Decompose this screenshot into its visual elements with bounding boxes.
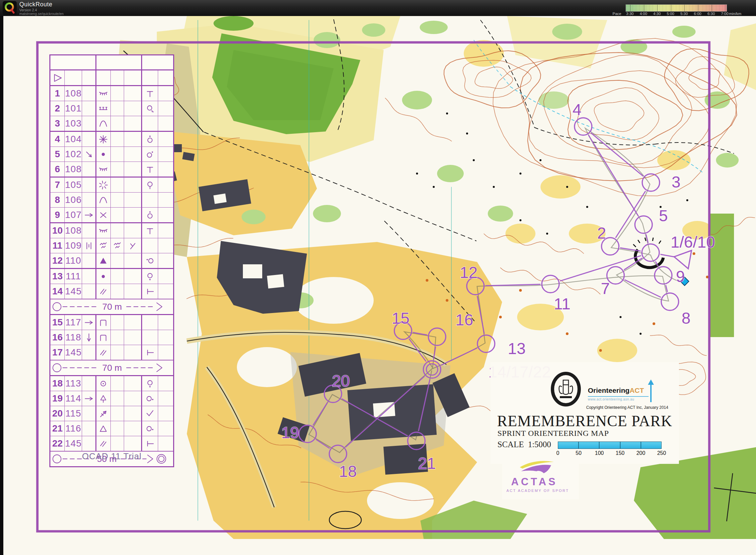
pace-unit-label: min/km: [729, 12, 741, 16]
pace-tick-label: 4:00: [639, 12, 647, 16]
circ-dot-top-icon: [144, 134, 155, 145]
control-number-label: 4: [573, 101, 581, 119]
control-number-label: 1/6/10: [671, 233, 715, 251]
circ-corner-icon: [144, 103, 155, 114]
control-row-6: 6108: [50, 162, 173, 177]
control-number: 12: [52, 255, 63, 266]
boulder-icon: [98, 271, 109, 282]
pace-tick-mark: [698, 5, 698, 11]
rays-icon: [98, 179, 109, 190]
between-icon: [83, 240, 94, 251]
marsh-icon: [98, 240, 109, 251]
app-url: matstroeng.se/quickroute/en: [19, 12, 64, 16]
t-top-icon: [144, 88, 155, 99]
parallel-icon: [98, 347, 109, 358]
control-number: 14: [52, 286, 63, 297]
control-row-14: 14145: [50, 284, 173, 299]
circ-stem-icon: [144, 179, 155, 190]
control-row-7: 7105: [50, 177, 173, 193]
card-header-row: [50, 55, 173, 71]
triopen-icon: [98, 423, 109, 434]
control-number: 15: [52, 317, 63, 328]
control-code: 106: [65, 195, 82, 205]
control-row-11: 11109: [50, 238, 173, 253]
circ-dot-left-icon: [144, 255, 155, 266]
pace-gradient-bar: [626, 4, 727, 12]
tree-icon: [98, 393, 109, 404]
circdot-icon: [98, 378, 109, 389]
pace-tick-label: 5:00: [667, 12, 674, 16]
control-row-22: 22145: [50, 436, 173, 451]
pi-icon: [98, 317, 109, 328]
control-row-18: 18113: [50, 376, 173, 391]
control-code: 102: [65, 149, 82, 160]
control-number: 13: [52, 271, 63, 282]
control-row-8: 8106: [50, 193, 173, 208]
arrow-e-icon: [83, 393, 94, 404]
junction8-icon: [98, 134, 109, 145]
control-code: 108: [65, 225, 82, 236]
map-scale-label: SCALE 1:5000: [497, 440, 551, 449]
pace-tick-mark: [630, 5, 630, 11]
publisher-rule: [588, 396, 649, 397]
control-number-label: 21: [418, 455, 436, 472]
control-number: 19: [52, 393, 63, 404]
control-number: 21: [52, 423, 63, 434]
control-number-label: 15: [392, 309, 409, 327]
control-number: 22: [52, 438, 63, 449]
scale-bar: [558, 441, 662, 449]
arrow-se-icon: [83, 149, 94, 160]
arrow-e-icon: [83, 317, 94, 328]
control-number: 9: [55, 210, 60, 220]
control-code: 111: [66, 271, 81, 282]
actas-swoosh-icon: [517, 460, 557, 476]
control-number-label: 20: [332, 372, 350, 390]
t-left-icon: [144, 438, 155, 449]
earth-bank-icon: [98, 88, 109, 99]
pace-tick-mark: [671, 5, 671, 11]
control-number-label: 9: [676, 268, 685, 285]
pace-tick-label: 7:00: [721, 12, 728, 16]
control-row-16: 16118: [50, 330, 173, 345]
t-left-icon: [144, 347, 155, 358]
control-number-label: 11: [554, 295, 571, 313]
control-number: 2: [55, 103, 60, 114]
control-row-10: 10108: [50, 223, 173, 238]
circ-dot-right-icon: [144, 423, 155, 434]
orienteering-act-emblem-icon: [550, 372, 581, 407]
control-row-3: 3103: [50, 116, 173, 132]
actas-tagline: ACT ACADEMY OF SPORT: [506, 488, 569, 493]
circ-dot-right-icon: [144, 393, 155, 404]
control-row-21: 21116: [50, 421, 173, 436]
control-number: 5: [55, 149, 60, 160]
circ-dot-bottom-icon: [144, 378, 155, 389]
pi-icon: [98, 332, 109, 343]
control-number: 8: [55, 195, 60, 205]
control-number: 11: [52, 240, 62, 251]
control-row-13: 13111: [50, 269, 173, 284]
control-code: 101: [65, 103, 82, 114]
control-number-label: 12: [460, 264, 478, 281]
arrow-e-icon: [83, 210, 94, 221]
control-row-15: 15117: [50, 315, 173, 330]
control-row-1: 1108: [50, 86, 173, 101]
control-number-label: 7: [601, 280, 610, 297]
control-code: 115: [65, 408, 81, 419]
control-number-label: 19: [281, 424, 299, 441]
control-code: 145: [65, 286, 82, 297]
control-number: 18: [52, 378, 63, 389]
crossx-icon: [98, 210, 109, 221]
control-number: 16: [52, 332, 63, 343]
control-code: 107: [65, 210, 82, 220]
control-code: 113: [65, 378, 81, 389]
scale-tick-label: 0: [557, 450, 560, 456]
ocad-watermark: OCAD 11 Trial: [49, 451, 174, 462]
pace-prefix-label: Pace: [613, 12, 621, 16]
boulder-icon: [98, 149, 109, 160]
control-row-12: 12110: [50, 253, 173, 269]
yjunc-icon: [127, 240, 138, 251]
control-row-4: 4104: [50, 132, 173, 147]
control-number: 20: [52, 408, 63, 419]
pace-tick-label: 3:30: [626, 12, 633, 16]
pace-tick-mark: [644, 5, 644, 11]
